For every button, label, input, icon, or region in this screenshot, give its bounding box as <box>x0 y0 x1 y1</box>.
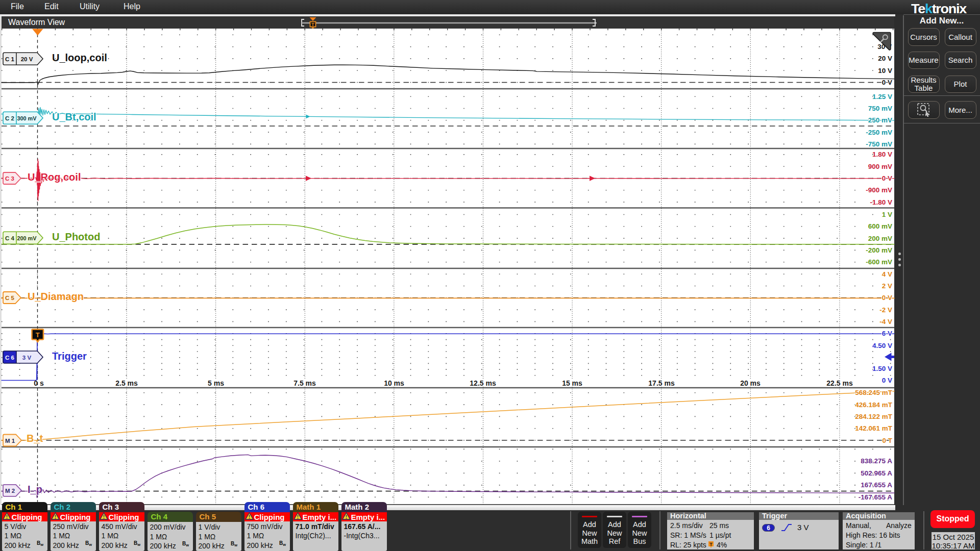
svg-text:C 2: C 2 <box>5 115 14 121</box>
svg-text:20 V: 20 V <box>21 56 33 62</box>
svg-text:200 mV: 200 mV <box>17 235 37 241</box>
svg-text:T: T <box>36 331 40 339</box>
svg-text:!: ! <box>345 514 347 520</box>
svg-text:!: ! <box>103 514 104 520</box>
svg-text:M 1: M 1 <box>5 438 15 444</box>
svg-text:3 V: 3 V <box>22 355 32 361</box>
svg-text:C 1: C 1 <box>5 56 15 62</box>
svg-text:300 mV: 300 mV <box>17 115 37 121</box>
svg-text:!: ! <box>54 514 56 520</box>
svg-text:T: T <box>709 541 713 546</box>
svg-text:!: ! <box>297 514 298 520</box>
svg-text:C 6: C 6 <box>5 355 14 361</box>
svg-text:C 3: C 3 <box>5 176 14 182</box>
svg-text:!: ! <box>248 514 250 520</box>
svg-text:M 2: M 2 <box>5 488 15 494</box>
svg-text:T: T <box>311 21 314 27</box>
svg-text:!: ! <box>6 514 7 520</box>
svg-text:C 5: C 5 <box>5 295 15 301</box>
svg-text:C 4: C 4 <box>5 235 15 241</box>
